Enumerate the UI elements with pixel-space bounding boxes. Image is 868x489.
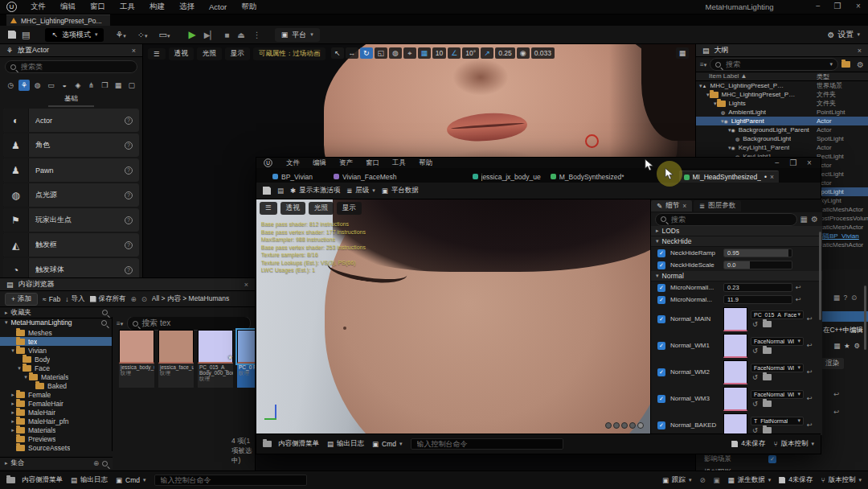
outliner-row-Lights[interactable]: ▾Lights文件夹 xyxy=(696,99,868,108)
expander-icon[interactable]: ▾ xyxy=(656,273,659,279)
folder-row-Previews[interactable]: Previews xyxy=(0,434,112,443)
star-icon[interactable]: ★ xyxy=(844,342,850,350)
move-tool-icon[interactable]: ↔ xyxy=(346,47,358,59)
unsaved-button[interactable]: 4未保存 xyxy=(779,475,813,485)
asset-search[interactable]: 搜索 tex xyxy=(127,317,251,331)
material-instance-window[interactable]: U 文件编辑资产窗口工具帮助 − ❐ × BP_VivianVivian_Fac… xyxy=(256,157,821,454)
lit-button[interactable]: 光照 xyxy=(309,202,334,215)
place-actor-item-角色[interactable]: ♟角色? xyxy=(3,134,139,157)
use-selected-icon[interactable]: ↺ xyxy=(752,401,758,408)
browse-icon[interactable]: ▤ xyxy=(277,187,284,195)
content-browser-icon[interactable]: ▤ xyxy=(22,30,30,40)
asset-tile-jessica_body_ue_jiaoxue_[interactable]: jessica_body_ue_jiaoxue_纹理 xyxy=(119,330,156,388)
search-input[interactable] xyxy=(19,62,132,72)
camera-speed-icon[interactable]: ◉ xyxy=(517,47,530,59)
reset-icon[interactable]: ↩ xyxy=(796,296,801,303)
grid-icon[interactable]: ▦ xyxy=(800,215,808,224)
expander-icon[interactable]: ▾ xyxy=(23,374,29,380)
console-field[interactable] xyxy=(159,475,302,485)
folder-row-Materials[interactable]: ▸Materials xyxy=(0,425,112,434)
outliner-row-BackgroundLight_Parent[interactable]: ▾◉BackgroundLight_ParentActor xyxy=(696,125,868,134)
plane-shape-button[interactable] xyxy=(621,422,628,429)
mesh-shape-button[interactable] xyxy=(637,422,644,429)
folder-row-Materials[interactable]: ▾Materials xyxy=(0,372,112,381)
outliner-row-KeyLight1_Parent[interactable]: ▾◉KeyLight1_ParentActor xyxy=(696,143,868,152)
expander-icon[interactable]: ▸ xyxy=(10,409,16,416)
help-icon[interactable]: ? xyxy=(125,191,133,199)
help-icon[interactable]: ? xyxy=(125,266,133,274)
close-icon[interactable]: × xyxy=(132,47,136,55)
expander-icon[interactable]: ▸ xyxy=(656,228,659,234)
restore-icon[interactable]: ❐ xyxy=(829,2,845,10)
texture-dropdown[interactable]: FaceNormal_Wl▾ xyxy=(751,364,804,372)
menu-item-工具[interactable]: 工具 xyxy=(120,2,135,12)
param-checkbox[interactable]: ✓ xyxy=(657,261,665,269)
lit-button[interactable]: 光照 xyxy=(197,47,222,60)
material-preview-viewport[interactable]: ☰ 透视 光照 显示 Base pass shader: 812 instruc… xyxy=(256,199,650,435)
param-value[interactable]: 0.95 xyxy=(723,249,792,257)
search-input[interactable] xyxy=(724,60,826,69)
cylinder-shape-button[interactable] xyxy=(605,422,612,429)
version-control-button[interactable]: ⑂版本控制▾ xyxy=(821,475,862,485)
browse-icon[interactable] xyxy=(763,427,772,434)
section-LODs[interactable]: ▸LODs xyxy=(651,226,822,236)
perspective-button[interactable]: 透视 xyxy=(280,202,305,215)
help-icon[interactable]: ? xyxy=(125,216,133,224)
breadcrumb[interactable]: All > 内容 > MetaHumans xyxy=(152,294,250,304)
expander-icon[interactable]: ▸ xyxy=(10,392,16,398)
section-NeckHide[interactable]: ▾NeckHide xyxy=(651,236,822,247)
search-input[interactable] xyxy=(669,215,792,224)
folder-row-tex[interactable]: tex xyxy=(0,337,112,346)
rotation-snap-icon[interactable]: ∠ xyxy=(448,47,461,59)
use-selected-icon[interactable]: ↺ xyxy=(752,321,758,328)
help-icon[interactable]: ? xyxy=(125,142,133,150)
browse-icon[interactable] xyxy=(763,401,772,407)
param-value[interactable]: 0.23 xyxy=(723,283,792,292)
category-icon-4[interactable]: ◒ xyxy=(59,80,71,91)
category-icon-6[interactable]: ⋔ xyxy=(85,80,97,91)
param-checkbox[interactable]: ✓ xyxy=(657,296,665,304)
rotate-tool-icon[interactable]: ↻ xyxy=(360,47,373,59)
output-log-button[interactable]: ▤输出日志 xyxy=(327,439,364,449)
perspective-button[interactable]: 透视 xyxy=(169,47,194,60)
scale-snap-value[interactable]: 0.25 xyxy=(495,47,515,59)
texture-dropdown[interactable]: T_FlatNormal▾ xyxy=(751,417,804,425)
texture-thumbnail[interactable] xyxy=(723,360,747,384)
menu-item-窗口[interactable]: 窗口 xyxy=(90,2,105,12)
world-space-icon[interactable]: ◍ xyxy=(389,47,402,59)
category-icon-2[interactable]: ◍ xyxy=(31,80,43,91)
type-column[interactable]: 类型 xyxy=(817,72,829,81)
add-actor-icon[interactable]: ⚘▾ xyxy=(115,30,125,40)
fab-button[interactable]: ≈Fab xyxy=(43,295,60,303)
reset-icon[interactable]: ↩ xyxy=(796,284,801,291)
folder-row-MaleHair_pfn[interactable]: ▸MaleHair_pfn xyxy=(0,417,112,425)
use-selected-icon[interactable]: ↺ xyxy=(752,347,758,355)
param-value[interactable]: 11.9 xyxy=(723,295,792,304)
asset-tile-jessica_face_ue_jiaoxue_[interactable]: jessica_face_ue_jiaoxue_纹理 xyxy=(158,330,195,388)
texture-thumbnail[interactable] xyxy=(723,413,747,436)
screenshot-icon[interactable]: ▣ xyxy=(714,476,720,484)
folder-row-MaleHair[interactable]: ▸MaleHair xyxy=(0,408,112,417)
show-button[interactable]: 显示 xyxy=(225,47,250,60)
content-drawer-button[interactable]: 内容侧滑菜单 xyxy=(6,475,63,485)
row-type[interactable]: 编辑BP_Vivian xyxy=(817,232,859,240)
play-icon[interactable]: ▶ xyxy=(189,29,196,40)
outliner-row-MHC_LightingPreset_Portrait_RT[interactable]: ▾MHC_LightingPreset_Portrait_RT文件夹 xyxy=(696,90,868,99)
details-search[interactable] xyxy=(655,213,797,226)
menu-item-资产[interactable]: 资产 xyxy=(339,158,353,168)
folder-row-Body[interactable]: Body xyxy=(0,355,112,364)
sphere-shape-button[interactable] xyxy=(613,422,620,429)
category-icon-7[interactable]: ❒ xyxy=(99,80,111,91)
level-tab[interactable]: MHC_LightingPreset_Po... xyxy=(6,14,110,26)
trace-dropdown[interactable]: ▣跟踪▾ xyxy=(662,475,692,485)
param-checkbox[interactable]: ✓ xyxy=(657,284,665,292)
hierarchy-dropdown[interactable]: ≣层级▾ xyxy=(346,186,375,195)
close-icon[interactable]: × xyxy=(801,158,817,167)
select-tool-icon[interactable]: ↖ xyxy=(331,47,344,59)
add-button[interactable]: +添加 xyxy=(5,293,38,306)
back-icon[interactable]: ⊕ xyxy=(131,295,137,303)
content-drawer-button[interactable]: 内容侧滑菜单 xyxy=(263,439,319,449)
import-button[interactable]: ↓导入 xyxy=(65,294,84,304)
help-icon[interactable]: ? xyxy=(843,294,847,302)
outliner-row-LightParent[interactable]: ▾◉LightParentActor xyxy=(696,117,868,125)
